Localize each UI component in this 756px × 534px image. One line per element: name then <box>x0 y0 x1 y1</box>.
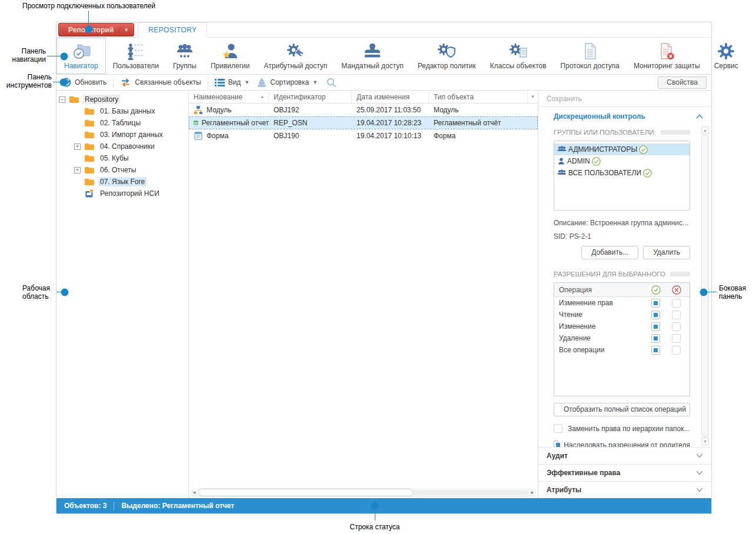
search-button[interactable] <box>327 78 337 88</box>
tree-item-label[interactable]: 01. Базы данных <box>98 106 156 116</box>
group-item[interactable]: ВСЕ ПОЛЬЗОВАТЕЛИ <box>554 167 690 179</box>
folder-icon <box>84 154 95 162</box>
document-icon <box>581 42 599 60</box>
column-header-type[interactable]: Тип объекта <box>429 91 528 103</box>
table-row[interactable]: Модуль OBJ192 25.09.2017 11:03:50 Модуль <box>189 104 538 116</box>
callout-line <box>707 292 717 292</box>
header-menu-icon[interactable]: ▼ <box>528 91 538 103</box>
stamp-icon <box>364 42 381 60</box>
group-item[interactable]: ADMIN <box>554 155 690 167</box>
deny-checkbox[interactable] <box>672 311 681 319</box>
allow-checkbox[interactable] <box>651 311 660 319</box>
tab-repository[interactable]: REPOSITORY <box>138 22 207 38</box>
deny-checkbox[interactable] <box>672 322 681 331</box>
tree-item-label[interactable]: Репозиторий НСИ <box>98 189 161 198</box>
tree-row[interactable]: + 06. Отчеты <box>56 164 188 176</box>
tree-row[interactable]: 02. Таблицы <box>56 117 188 129</box>
column-header-name[interactable]: Наименование▲ <box>189 91 269 103</box>
deny-checkbox[interactable] <box>672 334 681 343</box>
status-separator <box>114 502 114 510</box>
ribbon-item-policy-editor[interactable]: Редактор политик <box>411 38 483 74</box>
tree-item-label-selected[interactable]: 07. Язык Fore <box>98 177 146 186</box>
callout-dot <box>371 502 379 510</box>
cell-type: Форма <box>429 132 528 140</box>
allow-checkbox[interactable] <box>651 334 660 343</box>
tree-row[interactable]: + 04. Справочники <box>56 141 188 152</box>
related-objects-button[interactable]: Связанные объекты <box>120 78 201 87</box>
tree-row-root[interactable]: − Repository <box>56 94 188 105</box>
tree-row[interactable]: 05. Кубы <box>56 152 188 164</box>
scroll-right-icon[interactable]: ► <box>528 490 537 495</box>
sidebar-scrollbar[interactable]: ▲ ▼ <box>701 126 709 445</box>
ribbon-item-attribute-access[interactable]: Атрибутный доступ <box>257 38 335 74</box>
scrollbar-thumb[interactable] <box>701 135 709 437</box>
tree-item-label[interactable]: 03. Импорт данных <box>98 130 165 139</box>
ribbon-item-groups[interactable]: Группы <box>166 38 204 74</box>
search-icon <box>327 78 337 88</box>
chevron-down-icon <box>696 488 703 492</box>
permission-name: Удаление <box>554 334 645 342</box>
cell-type: Регламентный отчёт <box>429 119 528 127</box>
tree-item-label[interactable]: 04. Справочники <box>98 142 156 151</box>
section-audit[interactable]: Аудит <box>538 447 711 464</box>
inherit-permissions-checkbox[interactable] <box>554 440 558 447</box>
column-header-id[interactable]: Идентификатор <box>269 91 352 103</box>
group-item[interactable]: АДМИНИСТРАТОРЫ <box>554 143 690 155</box>
replace-rights-checkbox[interactable] <box>554 424 562 433</box>
table-row[interactable]: Форма OBJ190 19.04.2017 10:10:13 Форма <box>189 129 538 142</box>
scrollbar-track[interactable] <box>413 490 528 495</box>
callout-toolbar: Панель инструментов <box>1 73 52 89</box>
refresh-button[interactable]: Обновить <box>62 78 106 87</box>
ribbon-item-privileges[interactable]: Привилегии <box>204 38 257 74</box>
properties-button[interactable]: Свойства <box>658 76 707 89</box>
tree-item-label[interactable]: 02. Таблицы <box>98 118 142 128</box>
ribbon-item-users[interactable]: Пользователи <box>106 38 166 74</box>
tree-item-label[interactable]: 05. Кубы <box>98 153 131 163</box>
view-dropdown[interactable]: Вид ▼ <box>215 78 250 86</box>
callout-work-area: Рабочая область <box>22 284 56 301</box>
column-header-date[interactable]: Дата изменения <box>352 91 429 103</box>
show-full-operations-button[interactable]: Отобразить полный список операций <box>554 403 690 416</box>
content-area: − Repository 01. Базы данных 02. Таблицы… <box>56 91 711 498</box>
tree-row[interactable]: Репозиторий НСИ <box>56 188 188 199</box>
section-discretionary-control[interactable]: Дискреционный контроль <box>538 107 711 125</box>
deny-checkbox[interactable] <box>672 346 681 355</box>
tree-row[interactable]: 03. Импорт данных <box>56 129 188 141</box>
section-attributes[interactable]: Атрибуты <box>538 481 711 498</box>
ribbon-item-service[interactable]: Сервис <box>707 38 745 74</box>
folder-icon <box>84 142 95 151</box>
save-button[interactable]: Сохранить <box>538 91 711 107</box>
tree-root-label[interactable]: Repository <box>83 95 120 104</box>
add-button[interactable]: Добавить... <box>581 246 638 259</box>
collapse-box-icon[interactable]: − <box>59 96 65 103</box>
allow-checkbox[interactable] <box>651 346 660 355</box>
sort-dropdown[interactable]: Сортировка ▼ <box>257 78 318 87</box>
horizontal-scrollbar[interactable]: ◄ ► <box>190 488 537 497</box>
ribbon-item-access-log[interactable]: Протокол доступа <box>554 38 627 74</box>
toolbar: Обновить Связанные объекты Вид ▼ Сортиро… <box>56 75 711 91</box>
cell-id: OBJ192 <box>269 106 352 114</box>
tree-row[interactable]: 07. Язык Fore <box>56 176 188 188</box>
scroll-down-icon[interactable]: ▼ <box>701 438 709 445</box>
tree-item-label[interactable]: 06. Отчеты <box>98 165 138 175</box>
scroll-up-icon[interactable]: ▲ <box>701 126 709 134</box>
scrollbar-thumb[interactable] <box>198 489 413 496</box>
object-table: Наименование▲ Идентификатор Дата изменен… <box>189 91 538 498</box>
ribbon-item-object-classes[interactable]: Классы объектов <box>483 38 554 74</box>
table-row[interactable]: Регламентный отчет REP_OSN 19.04.2017 10… <box>189 116 538 129</box>
deny-checkbox[interactable] <box>672 299 681 308</box>
user-star-icon <box>221 42 239 60</box>
remove-button[interactable]: Удалить <box>643 246 690 259</box>
ribbon-item-security-monitoring[interactable]: Мониторинг защиты <box>627 38 707 74</box>
expand-box-icon[interactable]: + <box>74 167 81 173</box>
report-icon <box>194 118 198 128</box>
tree-row[interactable]: 01. Базы данных <box>56 105 188 117</box>
allow-checkbox[interactable] <box>651 299 660 308</box>
expand-box-icon[interactable]: + <box>74 143 81 150</box>
repository-menu-button[interactable]: Репозиторий ▼ <box>58 23 134 36</box>
ribbon-item-mandatory-access[interactable]: Мандатный доступ <box>334 38 410 74</box>
section-effective-rights[interactable]: Эффективные права <box>538 464 711 481</box>
selected-object: Выделено: Регламентный отчет <box>121 502 234 510</box>
allow-checkbox[interactable] <box>651 322 660 331</box>
scroll-left-icon[interactable]: ◄ <box>190 490 198 495</box>
